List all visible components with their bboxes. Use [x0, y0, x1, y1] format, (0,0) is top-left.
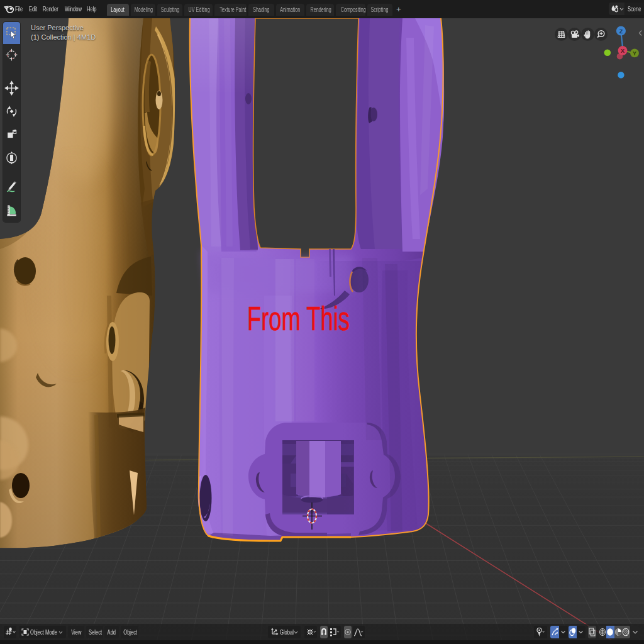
- svg-text:From This: From This: [247, 300, 350, 337]
- svg-text:Y: Y: [633, 50, 636, 57]
- svg-text:Z: Z: [619, 28, 623, 35]
- svg-text:X: X: [621, 48, 625, 54]
